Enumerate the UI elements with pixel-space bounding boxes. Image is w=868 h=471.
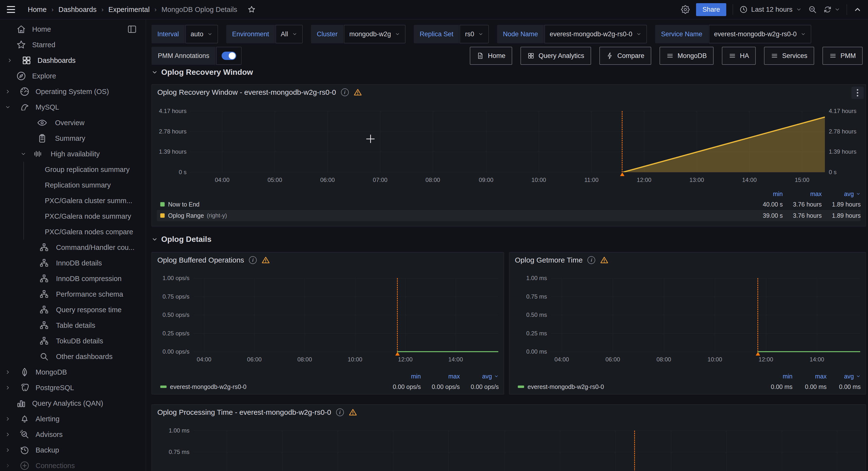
expand-chevron-icon[interactable] xyxy=(0,432,16,437)
series-label[interactable]: everest-mongodb-w2g-rs0-0 xyxy=(170,383,246,390)
recovery-chart-plot[interactable]: 4.17 hours 2.78 hours 1.39 hours 0 s 4.1… xyxy=(190,111,825,172)
panel-header[interactable]: Oplog Buffered Operations i xyxy=(157,256,270,264)
legend-sort-min[interactable]: min xyxy=(758,373,793,380)
collapse-toolbar-chevron-icon[interactable] xyxy=(854,5,862,13)
expand-chevron-icon[interactable] xyxy=(0,89,16,94)
sidebar-item-starred[interactable]: Starred xyxy=(0,37,146,53)
panel-header[interactable]: Oplog Recovery Window - everest-mongodb-… xyxy=(157,88,362,96)
pmm-annotation-line[interactable] xyxy=(757,278,758,352)
cluster-select[interactable]: mongodb-w2g xyxy=(344,25,405,43)
legend-sort-avg[interactable]: avg xyxy=(460,373,499,380)
sidebar-item-command-handler-counters[interactable]: Command/Handler cou... xyxy=(0,240,146,255)
getmore-chart-plot[interactable]: 1.00 ms 0.75 ms 0.50 ms 0.25 ms 0.00 ms … xyxy=(551,278,860,352)
pmm-link-button[interactable]: PMM xyxy=(823,47,863,65)
interval-select[interactable]: auto xyxy=(185,25,218,43)
zoom-out-time-icon[interactable] xyxy=(808,5,817,14)
dock-sidebar-icon[interactable] xyxy=(127,24,137,34)
dashboard-settings-gear-icon[interactable] xyxy=(681,5,690,14)
time-range-picker[interactable]: Last 12 hours xyxy=(739,5,802,13)
sidebar-item-pxc-galera-nodes-compare[interactable]: PXC/Galera nodes compare xyxy=(24,224,146,240)
sidebar-item-advisors[interactable]: Advisors xyxy=(0,427,146,442)
environment-select[interactable]: All xyxy=(275,25,303,43)
replica-set-select[interactable]: rs0 xyxy=(460,25,489,43)
warning-icon[interactable] xyxy=(600,256,609,264)
hamburger-menu-icon[interactable] xyxy=(7,4,18,15)
legend-sort-max[interactable]: max xyxy=(421,373,460,380)
sidebar-item-mongodb[interactable]: MongoDB xyxy=(0,364,146,380)
sidebar-item-postgresql[interactable]: PostgreSQL xyxy=(0,380,146,396)
panel-header[interactable]: Oplog Getmore Time i xyxy=(515,256,609,264)
favorite-star-icon[interactable] xyxy=(247,5,256,13)
breadcrumb-home[interactable]: Home xyxy=(28,6,46,13)
sidebar-item-tokudb-details[interactable]: TokuDB details xyxy=(0,333,146,349)
info-icon[interactable]: i xyxy=(341,88,349,96)
pmm-annotation-line[interactable] xyxy=(397,278,398,352)
section-oplog-details[interactable]: Oplog Details xyxy=(152,235,211,244)
sidebar-item-alerting[interactable]: Alerting xyxy=(0,411,146,427)
sidebar-item-other-dashboards[interactable]: Other dashboards xyxy=(0,349,146,364)
buffered-chart-plot[interactable]: 1.00 ops/s 0.75 ops/s 0.50 ops/s 0.25 op… xyxy=(193,278,498,352)
sidebar-item-innodb-details[interactable]: InnoDB details xyxy=(0,255,146,271)
sidebar-item-performance-schema[interactable]: Performance schema xyxy=(0,286,146,302)
share-button[interactable]: Share xyxy=(696,3,726,16)
expand-chevron-icon[interactable] xyxy=(0,385,16,390)
legend-sort-avg[interactable]: avg xyxy=(827,373,861,380)
expand-chevron-icon[interactable] xyxy=(2,58,18,63)
mongodb-link-button[interactable]: MongoDB xyxy=(659,47,714,65)
section-oplog-recovery-window[interactable]: Oplog Recovery Window xyxy=(152,68,253,77)
panel-menu-kebab-icon[interactable] xyxy=(851,87,864,99)
breadcrumb-dashboards[interactable]: Dashboards xyxy=(58,6,96,13)
legend-sort-max[interactable]: max xyxy=(793,373,827,380)
info-icon[interactable]: i xyxy=(336,408,344,416)
sidebar-item-query-analytics[interactable]: Query Analytics (QAN) xyxy=(0,396,146,411)
sidebar-item-explore[interactable]: Explore xyxy=(0,68,146,84)
node-name-select[interactable]: everest-mongodb-w2g-rs0-0 xyxy=(544,25,647,43)
ha-link-button[interactable]: HA xyxy=(722,47,756,65)
sidebar-item-backup[interactable]: Backup xyxy=(0,442,146,458)
sidebar-item-replication-summary[interactable]: Replication summary xyxy=(24,177,146,193)
legend-sort-min[interactable]: min xyxy=(746,190,783,197)
series-label[interactable]: Now to End xyxy=(168,201,199,208)
warning-icon[interactable] xyxy=(261,256,270,264)
info-icon[interactable]: i xyxy=(587,256,595,264)
collapse-chevron-icon[interactable] xyxy=(0,104,16,110)
service-name-select[interactable]: everest-mongodb-w2g-rs0-0 xyxy=(709,25,811,43)
legend-sort-avg[interactable]: avg xyxy=(822,190,861,197)
home-link-button[interactable]: Home xyxy=(470,47,512,65)
legend-sort-min[interactable]: min xyxy=(382,373,421,380)
series-label[interactable]: everest-mongodb-w2g-rs0-0 xyxy=(528,383,604,390)
processing-chart-plot[interactable]: 1.00 ms 0.75 ms 0.50 ms xyxy=(193,431,861,471)
legend-sort-max[interactable]: max xyxy=(783,190,822,197)
sidebar-item-innodb-compression[interactable]: InnoDB compression xyxy=(0,271,146,286)
panel-header[interactable]: Oplog Processing Time - everest-mongodb-… xyxy=(157,408,357,416)
sidebar-item-mysql[interactable]: MySQL xyxy=(0,99,146,115)
warning-icon[interactable] xyxy=(353,88,362,96)
pmm-annotations-toggle[interactable] xyxy=(216,47,242,65)
breadcrumb-experimental[interactable]: Experimental xyxy=(108,6,150,13)
info-icon[interactable]: i xyxy=(249,256,257,264)
pmm-annotation-line[interactable] xyxy=(622,111,622,172)
sidebar-item-mysql-overview[interactable]: Overview xyxy=(0,115,146,130)
services-link-button[interactable]: Services xyxy=(764,47,814,65)
sidebar-item-operating-system[interactable]: Operating System (OS) xyxy=(0,84,146,99)
refresh-dashboard-icon[interactable] xyxy=(823,5,840,14)
sidebar-item-table-details[interactable]: Table details xyxy=(0,318,146,333)
compare-link-button[interactable]: Compare xyxy=(599,47,651,65)
sidebar-item-home[interactable]: Home xyxy=(0,22,146,37)
sidebar-item-dashboards[interactable]: Dashboards xyxy=(0,53,146,68)
sidebar-item-pxc-galera-node-summary[interactable]: PXC/Galera node summary xyxy=(24,209,146,224)
series-label[interactable]: Oplog Range xyxy=(168,212,204,219)
pmm-annotation-line[interactable] xyxy=(634,431,635,471)
expand-chevron-icon[interactable] xyxy=(0,416,16,422)
sidebar-item-query-response-time[interactable]: Query response time xyxy=(0,302,146,318)
expand-chevron-icon[interactable] xyxy=(0,447,16,453)
expand-chevron-icon[interactable] xyxy=(0,369,16,375)
expand-chevron-icon[interactable] xyxy=(0,463,16,469)
sidebar-item-mysql-summary[interactable]: Summary xyxy=(0,130,146,146)
query-analytics-link-button[interactable]: Query Analytics xyxy=(521,47,591,65)
sidebar-item-high-availability[interactable]: High availability xyxy=(0,146,146,162)
collapse-chevron-icon[interactable] xyxy=(21,151,30,157)
sidebar-item-pxc-galera-cluster-summary[interactable]: PXC/Galera cluster summ... xyxy=(24,193,146,209)
sidebar-item-group-replication-summary[interactable]: Group replication summary xyxy=(24,162,146,177)
warning-icon[interactable] xyxy=(349,408,357,416)
